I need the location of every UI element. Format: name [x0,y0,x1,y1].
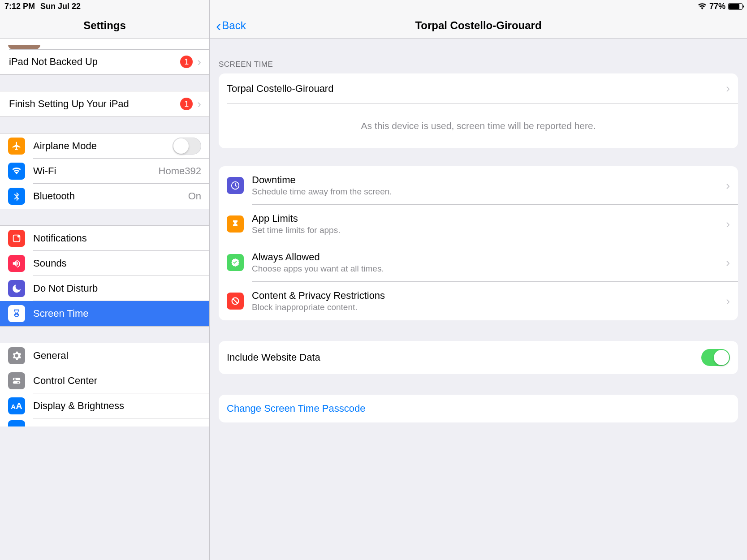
hourglass-icon [8,305,25,322]
chevron-right-icon: › [197,97,201,111]
row-title: Content & Privacy Restrictions [252,290,385,302]
wifi-icon [698,3,707,10]
textsize-icon: AA [8,397,25,414]
notification-badge: 1 [180,56,193,68]
wifi-row[interactable]: Wi-Fi Home392 [0,159,209,184]
no-symbol-icon [227,293,244,310]
downtime-row[interactable]: Downtime Schedule time away from the scr… [219,166,738,205]
chevron-right-icon: › [726,294,730,308]
chevron-right-icon: › [726,82,730,95]
content-restrictions-row[interactable]: Content & Privacy Restrictions Block ina… [219,282,738,320]
label: Display & Brightness [33,400,124,412]
row-title: Include Website Data [227,352,320,363]
gear-icon [8,347,25,364]
row-subtitle: Choose apps you want at all times. [252,264,384,274]
chevron-right-icon: › [197,55,201,69]
partial-icon [8,420,25,426]
svg-point-5 [17,382,19,383]
website-data-panel: Include Website Data [219,341,738,374]
avatar-icon [8,45,40,49]
row-title: Downtime [252,174,392,186]
include-website-toggle[interactable] [701,349,730,366]
hourglass-icon [227,215,244,233]
include-website-data-row[interactable]: Include Website Data [219,341,738,374]
wifi-icon [8,163,25,180]
label: iPad Not Backed Up [9,56,98,68]
back-button[interactable]: ‹ Back [216,19,246,32]
always-allowed-row[interactable]: Always Allowed Choose apps you want at a… [219,243,738,282]
checkmark-badge-icon [227,254,244,271]
svg-rect-3 [13,381,21,384]
status-time: 7:12 PM [4,2,35,11]
toggles-icon [8,372,25,389]
dnd-row[interactable]: Do Not Disturb [0,276,209,301]
battery-icon [728,3,743,10]
wifi-value: Home392 [159,165,201,177]
control-center-row[interactable]: Control Center [0,368,209,393]
notifications-icon [8,230,25,247]
label: General [33,350,68,362]
status-date: Sun Jul 22 [40,2,81,11]
row-title: Always Allowed [252,251,384,263]
bluetooth-row[interactable]: Bluetooth On [0,184,209,209]
chevron-right-icon: › [726,179,730,193]
row-title: App Limits [252,213,340,224]
chevron-right-icon: › [726,256,730,270]
label: Do Not Disturb [33,283,98,294]
bluetooth-value: On [188,190,201,202]
change-passcode-row[interactable]: Change Screen Time Passcode [219,395,738,422]
placeholder-note: As this device is used, screen time will… [219,103,738,148]
screen-time-options-panel: Downtime Schedule time away from the scr… [219,166,738,320]
back-label: Back [222,19,246,32]
status-bar: 7:12 PM Sun Jul 22 77% [0,0,747,13]
ipad-not-backed-up-row[interactable]: iPad Not Backed Up 1 › [0,49,209,74]
airplane-toggle[interactable] [173,138,201,155]
page-title: Torpal Costello-Girouard [415,19,541,32]
battery-percent: 77% [709,2,725,11]
screen-time-row[interactable]: Screen Time [0,301,209,326]
display-row[interactable]: AA Display & Brightness [0,393,209,418]
notifications-row[interactable]: Notifications [0,226,209,251]
screen-time-report-panel: Torpal Costello-Girouard › As this devic… [219,73,738,148]
moon-icon [8,280,25,297]
label: Wi-Fi [33,165,56,177]
screen-time-section-header: SCREEN TIME [210,39,747,73]
label: Bluetooth [33,190,75,202]
general-row[interactable]: General [0,343,209,368]
airplane-mode-row[interactable]: Airplane Mode [0,134,209,159]
label: Control Center [33,375,97,387]
airplane-icon [8,138,25,155]
chevron-left-icon: ‹ [216,21,221,30]
svg-line-8 [233,299,237,303]
row-subtitle: Set time limits for apps. [252,225,340,235]
label: Airplane Mode [33,140,97,152]
account-row[interactable] [0,39,209,49]
sounds-row[interactable]: Sounds [0,251,209,276]
device-name-label: Torpal Costello-Girouard [227,83,333,95]
partial-row[interactable] [0,418,209,426]
finish-setup-row[interactable]: Finish Setting Up Your iPad 1 › [0,91,209,116]
label: Sounds [33,258,67,269]
label: Notifications [33,233,87,244]
svg-rect-2 [13,378,21,381]
chevron-right-icon: › [726,217,730,231]
sounds-icon [8,255,25,272]
notification-badge: 1 [180,98,193,110]
device-report-row[interactable]: Torpal Costello-Girouard › [219,73,738,103]
svg-point-4 [14,379,16,380]
content-pane: ‹ Back Torpal Costello-Girouard SCREEN T… [210,0,747,560]
bluetooth-icon [8,188,25,205]
downtime-icon [227,177,244,194]
app-limits-row[interactable]: App Limits Set time limits for apps. › [219,205,738,243]
row-subtitle: Block inappropriate content. [252,302,385,312]
label: Screen Time [33,308,89,319]
settings-sidebar: Settings iPad Not Backed Up 1 › Finish S… [0,0,210,560]
passcode-panel: Change Screen Time Passcode [219,395,738,422]
change-passcode-label: Change Screen Time Passcode [227,403,365,414]
row-subtitle: Schedule time away from the screen. [252,187,392,197]
svg-point-1 [17,235,20,238]
label: Finish Setting Up Your iPad [9,98,129,110]
